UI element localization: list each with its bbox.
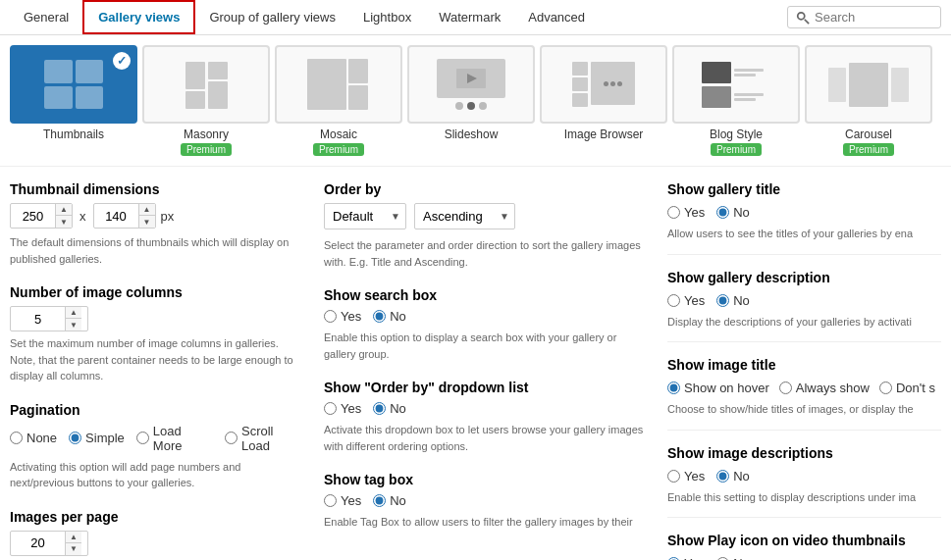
gallery-title-no-option[interactable]: No [716,205,750,220]
thumbnail-dimensions-title: Thumbnail dimensions [10,181,304,197]
image-title-dont-radio[interactable] [879,382,892,394]
pagination-scrollload-option[interactable]: Scroll Load [225,424,304,453]
gallery-desc-no-radio[interactable] [716,294,729,307]
search-input[interactable] [815,10,932,25]
pagination-none-option[interactable]: None [10,431,57,445]
tab-gallery-views[interactable]: Gallery views [82,0,195,34]
play-icon-no-option[interactable]: No [716,556,750,560]
order-by-select[interactable]: Default Title Date Random [324,203,406,229]
show-search-no-radio[interactable] [373,310,386,323]
image-columns-up[interactable]: ▲ [66,307,81,319]
show-orderby-dropdown-section: Show "Order by" dropdown list Yes No Act… [324,380,648,454]
tab-watermark[interactable]: Watermark [425,2,514,32]
gallery-label-image-browser: Image Browser [564,127,644,141]
width-spin-up[interactable]: ▲ [56,204,72,216]
show-tag-no-option[interactable]: No [373,493,406,508]
image-desc-no-option[interactable]: No [716,469,750,484]
search-icon [796,11,810,25]
show-image-title-desc: Choose to show/hide titles of images, or… [667,401,941,418]
gallery-views-row: Thumbnails Masonry Premium [0,35,951,167]
width-spin-down[interactable]: ▼ [56,216,72,228]
show-tag-yes-option[interactable]: Yes [324,493,361,508]
images-per-page-input[interactable] [11,533,65,553]
image-columns-arrows: ▲ ▼ [65,307,81,331]
images-per-page-arrows: ▲ ▼ [65,532,81,555]
play-icon-yes-option[interactable]: Yes [667,556,705,560]
gallery-item-slideshow[interactable]: Slideshow [407,45,535,156]
image-title-hover-option[interactable]: Show on hover [667,381,769,395]
premium-badge-carousel: Premium [843,143,894,156]
gallery-item-carousel[interactable]: Carousel Premium [805,45,932,156]
pagination-scrollload-radio[interactable] [225,432,238,444]
pagination-title: Pagination [10,402,304,418]
dimension-x-separator: x [78,209,88,224]
thumbnail-dimensions-desc: The default dimensions of thumbnails whi… [10,234,304,267]
height-spin-down[interactable]: ▼ [139,216,155,228]
image-columns-down[interactable]: ▼ [66,319,81,331]
images-per-page-down[interactable]: ▼ [66,543,81,555]
pagination-simple-option[interactable]: Simple [69,431,125,445]
gallery-item-masonry[interactable]: Masonry Premium [142,45,270,156]
height-input-wrap: ▲ ▼ [93,203,156,229]
image-columns-title: Number of image columns [10,284,304,300]
pagination-simple-radio[interactable] [69,432,81,444]
image-title-dont-option[interactable]: Don't s [879,381,935,395]
pagination-loadmore-option[interactable]: Load More [136,424,213,453]
gallery-item-blog-style[interactable]: Blog Style Premium [672,45,800,156]
show-tag-no-radio[interactable] [373,494,386,507]
height-spin-up[interactable]: ▲ [139,204,155,216]
tab-group-of-gallery-views[interactable]: Group of gallery views [195,2,349,32]
images-per-page-up[interactable]: ▲ [66,532,81,543]
gallery-label-thumbnails: Thumbnails [43,127,104,141]
dimension-unit-label: px [161,209,175,224]
order-direction-select[interactable]: Ascending Descending [414,203,515,229]
show-orderby-yes-option[interactable]: Yes [324,401,361,416]
gallery-title-no-radio[interactable] [716,206,729,219]
left-column: Thumbnail dimensions ▲ ▼ x ▲ ▼ [10,181,304,560]
gallery-item-thumbnails[interactable]: Thumbnails [10,45,137,156]
width-input[interactable] [11,206,55,227]
gallery-desc-no-option[interactable]: No [716,293,750,308]
gallery-item-image-browser[interactable]: Image Browser [540,45,667,156]
show-tag-box-radio-group: Yes No [324,493,648,508]
show-search-yes-option[interactable]: Yes [324,309,361,324]
image-title-hover-radio[interactable] [667,382,680,394]
show-search-no-option[interactable]: No [373,309,406,324]
gallery-title-yes-radio[interactable] [667,206,680,219]
order-by-section: Order by Default Title Date Random ▼ Asc… [324,181,648,270]
image-columns-section: Number of image columns ▲ ▼ Set the maxi… [10,284,304,384]
image-desc-yes-option[interactable]: Yes [667,469,705,484]
tab-advanced[interactable]: Advanced [514,2,599,32]
height-input[interactable] [94,206,138,227]
tab-lightbox[interactable]: Lightbox [349,2,425,32]
show-orderby-no-option[interactable]: No [373,401,406,416]
show-image-desc-desc: Enable this setting to display descripti… [667,489,941,506]
images-per-page-section: Images per page ▲ ▼ [10,509,304,556]
show-tag-yes-radio[interactable] [324,494,337,507]
tab-general[interactable]: General [10,2,82,32]
image-title-always-radio[interactable] [779,382,792,394]
image-title-always-option[interactable]: Always show [779,381,870,395]
show-gallery-desc-radio-group: Yes No [667,293,941,308]
images-per-page-title: Images per page [10,509,304,525]
image-desc-yes-radio[interactable] [667,470,680,483]
show-search-yes-radio[interactable] [324,310,337,323]
gallery-desc-yes-radio[interactable] [667,294,680,307]
show-orderby-yes-radio[interactable] [324,402,337,415]
gallery-item-mosaic[interactable]: Mosaic Premium [275,45,402,156]
pagination-none-radio[interactable] [10,432,23,444]
order-direction-select-wrap: Ascending Descending ▼ [414,203,515,229]
order-by-controls: Default Title Date Random ▼ Ascending De… [324,203,648,229]
show-orderby-no-radio[interactable] [373,402,386,415]
image-columns-desc: Set the maximum number of image columns … [10,335,304,384]
show-tag-box-section: Show tag box Yes No Enable Tag Box to al… [324,472,648,531]
image-desc-no-radio[interactable] [716,470,729,483]
image-columns-input[interactable] [11,309,65,330]
width-spin-arrows: ▲ ▼ [55,204,72,228]
height-spin-arrows: ▲ ▼ [138,204,155,228]
gallery-label-carousel: Carousel [845,127,892,141]
gallery-title-yes-option[interactable]: Yes [667,205,705,220]
gallery-label-mosaic: Mosaic [320,127,357,141]
pagination-loadmore-radio[interactable] [136,432,149,444]
gallery-desc-yes-option[interactable]: Yes [667,293,705,308]
